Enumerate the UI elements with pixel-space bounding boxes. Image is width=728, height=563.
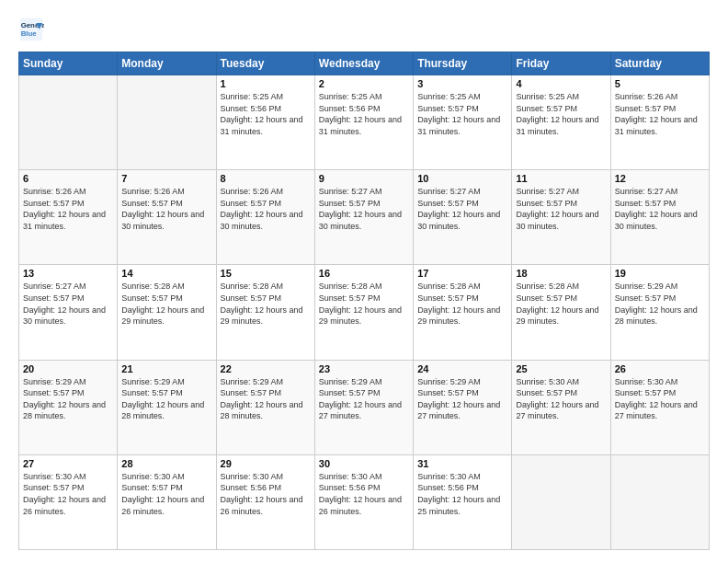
day-info: Sunrise: 5:25 AM Sunset: 5:57 PM Dayligh… (417, 91, 507, 137)
day-info: Sunrise: 5:27 AM Sunset: 5:57 PM Dayligh… (23, 281, 113, 327)
calendar-cell: 11Sunrise: 5:27 AM Sunset: 5:57 PM Dayli… (512, 170, 610, 265)
day-info: Sunrise: 5:29 AM Sunset: 5:57 PM Dayligh… (417, 376, 507, 422)
day-info: Sunrise: 5:28 AM Sunset: 5:57 PM Dayligh… (516, 281, 606, 327)
day-number: 21 (121, 363, 211, 374)
day-number: 23 (319, 363, 409, 374)
day-number: 8 (221, 173, 311, 184)
header: General Blue (18, 17, 710, 42)
day-info: Sunrise: 5:25 AM Sunset: 5:56 PM Dayligh… (319, 91, 409, 137)
calendar-cell: 3Sunrise: 5:25 AM Sunset: 5:57 PM Daylig… (414, 75, 512, 170)
calendar-cell: 4Sunrise: 5:25 AM Sunset: 5:57 PM Daylig… (512, 75, 610, 170)
calendar-cell: 1Sunrise: 5:25 AM Sunset: 5:56 PM Daylig… (216, 75, 314, 170)
calendar-cell: 12Sunrise: 5:27 AM Sunset: 5:57 PM Dayli… (610, 170, 709, 265)
day-info: Sunrise: 5:30 AM Sunset: 5:56 PM Dayligh… (319, 471, 409, 517)
day-number: 24 (417, 363, 507, 374)
calendar-cell: 2Sunrise: 5:25 AM Sunset: 5:56 PM Daylig… (314, 75, 413, 170)
calendar-cell: 22Sunrise: 5:29 AM Sunset: 5:57 PM Dayli… (216, 360, 314, 454)
calendar-cell: 15Sunrise: 5:28 AM Sunset: 5:57 PM Dayli… (216, 265, 314, 360)
day-info: Sunrise: 5:28 AM Sunset: 5:57 PM Dayligh… (121, 281, 211, 327)
weekday-header: Wednesday (314, 52, 413, 75)
calendar-cell: 30Sunrise: 5:30 AM Sunset: 5:56 PM Dayli… (314, 454, 413, 549)
calendar-cell: 9Sunrise: 5:27 AM Sunset: 5:57 PM Daylig… (314, 170, 413, 265)
day-info: Sunrise: 5:27 AM Sunset: 5:57 PM Dayligh… (417, 186, 507, 232)
calendar-cell: 5Sunrise: 5:26 AM Sunset: 5:57 PM Daylig… (610, 75, 709, 170)
day-number: 28 (121, 458, 211, 469)
day-info: Sunrise: 5:29 AM Sunset: 5:57 PM Dayligh… (615, 281, 705, 327)
day-number: 22 (221, 363, 311, 374)
day-info: Sunrise: 5:28 AM Sunset: 5:57 PM Dayligh… (319, 281, 409, 327)
calendar-cell: 13Sunrise: 5:27 AM Sunset: 5:57 PM Dayli… (19, 265, 118, 360)
calendar-week-row: 27Sunrise: 5:30 AM Sunset: 5:57 PM Dayli… (19, 454, 710, 549)
calendar-cell (610, 454, 709, 549)
day-number: 5 (615, 78, 705, 89)
day-number: 27 (23, 458, 113, 469)
calendar-cell: 28Sunrise: 5:30 AM Sunset: 5:57 PM Dayli… (118, 454, 216, 549)
day-number: 4 (516, 78, 606, 89)
day-info: Sunrise: 5:30 AM Sunset: 5:57 PM Dayligh… (516, 376, 606, 422)
day-number: 25 (516, 363, 606, 374)
day-number: 30 (319, 458, 409, 469)
day-number: 9 (319, 173, 409, 184)
day-number: 19 (615, 268, 705, 279)
weekday-header: Tuesday (216, 52, 314, 75)
day-number: 13 (23, 268, 113, 279)
calendar-week-row: 6Sunrise: 5:26 AM Sunset: 5:57 PM Daylig… (19, 170, 710, 265)
day-info: Sunrise: 5:30 AM Sunset: 5:57 PM Dayligh… (121, 471, 211, 517)
day-info: Sunrise: 5:30 AM Sunset: 5:56 PM Dayligh… (417, 471, 507, 517)
day-info: Sunrise: 5:29 AM Sunset: 5:57 PM Dayligh… (23, 376, 113, 422)
day-number: 3 (417, 78, 507, 89)
logo-icon: General Blue (18, 17, 44, 42)
logo: General Blue (18, 17, 48, 42)
weekday-header: Monday (118, 52, 216, 75)
day-number: 10 (417, 173, 507, 184)
day-number: 16 (319, 268, 409, 279)
day-info: Sunrise: 5:26 AM Sunset: 5:57 PM Dayligh… (121, 186, 211, 232)
calendar-cell: 25Sunrise: 5:30 AM Sunset: 5:57 PM Dayli… (512, 360, 610, 454)
day-info: Sunrise: 5:30 AM Sunset: 5:57 PM Dayligh… (615, 376, 705, 422)
day-info: Sunrise: 5:25 AM Sunset: 5:57 PM Dayligh… (516, 91, 606, 137)
day-info: Sunrise: 5:27 AM Sunset: 5:57 PM Dayligh… (615, 186, 705, 232)
calendar-cell: 16Sunrise: 5:28 AM Sunset: 5:57 PM Dayli… (314, 265, 413, 360)
calendar-cell: 18Sunrise: 5:28 AM Sunset: 5:57 PM Dayli… (512, 265, 610, 360)
calendar-cell: 8Sunrise: 5:26 AM Sunset: 5:57 PM Daylig… (216, 170, 314, 265)
day-info: Sunrise: 5:29 AM Sunset: 5:57 PM Dayligh… (121, 376, 211, 422)
calendar-cell: 6Sunrise: 5:26 AM Sunset: 5:57 PM Daylig… (19, 170, 118, 265)
calendar-table: SundayMondayTuesdayWednesdayThursdayFrid… (18, 52, 710, 550)
calendar-week-row: 20Sunrise: 5:29 AM Sunset: 5:57 PM Dayli… (19, 360, 710, 454)
day-info: Sunrise: 5:25 AM Sunset: 5:56 PM Dayligh… (221, 91, 311, 137)
page: General Blue SundayMondayTuesdayWednesda… (0, 0, 728, 563)
weekday-header: Sunday (19, 52, 118, 75)
svg-text:Blue: Blue (21, 29, 38, 38)
weekday-header: Thursday (414, 52, 512, 75)
day-info: Sunrise: 5:26 AM Sunset: 5:57 PM Dayligh… (615, 91, 705, 137)
calendar-cell: 20Sunrise: 5:29 AM Sunset: 5:57 PM Dayli… (19, 360, 118, 454)
calendar-cell: 26Sunrise: 5:30 AM Sunset: 5:57 PM Dayli… (610, 360, 709, 454)
day-info: Sunrise: 5:30 AM Sunset: 5:56 PM Dayligh… (221, 471, 311, 517)
calendar-cell: 31Sunrise: 5:30 AM Sunset: 5:56 PM Dayli… (414, 454, 512, 549)
day-number: 26 (615, 363, 705, 374)
day-number: 17 (417, 268, 507, 279)
day-info: Sunrise: 5:28 AM Sunset: 5:57 PM Dayligh… (221, 281, 311, 327)
day-number: 1 (221, 78, 311, 89)
day-number: 11 (516, 173, 606, 184)
calendar-cell: 29Sunrise: 5:30 AM Sunset: 5:56 PM Dayli… (216, 454, 314, 549)
day-info: Sunrise: 5:28 AM Sunset: 5:57 PM Dayligh… (417, 281, 507, 327)
day-number: 7 (121, 173, 211, 184)
day-info: Sunrise: 5:27 AM Sunset: 5:57 PM Dayligh… (319, 186, 409, 232)
calendar-header-row: SundayMondayTuesdayWednesdayThursdayFrid… (19, 52, 710, 75)
calendar-cell: 19Sunrise: 5:29 AM Sunset: 5:57 PM Dayli… (610, 265, 709, 360)
day-number: 18 (516, 268, 606, 279)
calendar-cell: 14Sunrise: 5:28 AM Sunset: 5:57 PM Dayli… (118, 265, 216, 360)
calendar-cell: 10Sunrise: 5:27 AM Sunset: 5:57 PM Dayli… (414, 170, 512, 265)
calendar-cell: 23Sunrise: 5:29 AM Sunset: 5:57 PM Dayli… (314, 360, 413, 454)
day-info: Sunrise: 5:29 AM Sunset: 5:57 PM Dayligh… (319, 376, 409, 422)
day-number: 15 (221, 268, 311, 279)
day-number: 14 (121, 268, 211, 279)
day-info: Sunrise: 5:27 AM Sunset: 5:57 PM Dayligh… (516, 186, 606, 232)
calendar-cell (19, 75, 118, 170)
calendar-cell: 24Sunrise: 5:29 AM Sunset: 5:57 PM Dayli… (414, 360, 512, 454)
day-info: Sunrise: 5:30 AM Sunset: 5:57 PM Dayligh… (23, 471, 113, 517)
calendar-cell (118, 75, 216, 170)
day-number: 6 (23, 173, 113, 184)
day-number: 2 (319, 78, 409, 89)
